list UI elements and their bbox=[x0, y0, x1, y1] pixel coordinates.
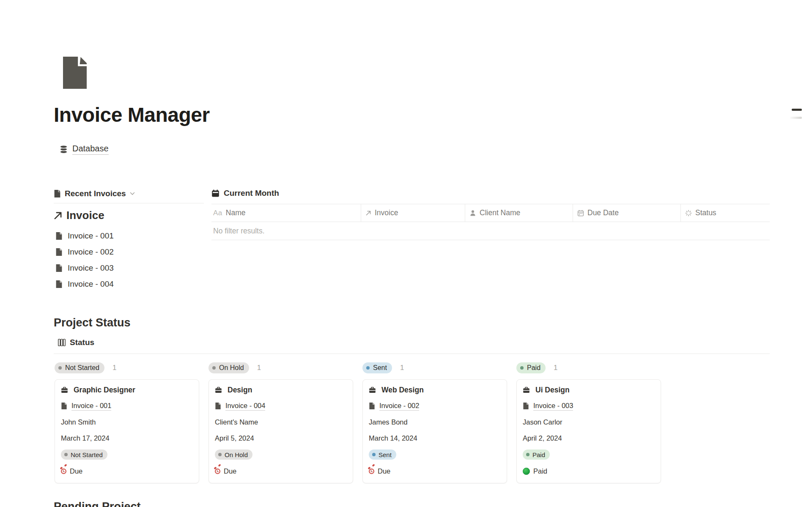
status-dot-icon bbox=[64, 453, 68, 456]
card-invoice-link[interactable]: Invoice - 004 bbox=[225, 402, 265, 411]
status-pill-label: Paid bbox=[532, 451, 545, 458]
briefcase-icon bbox=[215, 386, 222, 394]
database-link[interactable]: Database bbox=[72, 144, 109, 155]
kanban-column-sent: Sent 1 Web Design bbox=[362, 362, 507, 483]
pending-project-heading: Pending Project bbox=[54, 500, 141, 507]
current-month-view-tab[interactable]: Current Month bbox=[211, 186, 770, 200]
card-client-name: Jason Carlor bbox=[523, 418, 562, 426]
card-client-name: Client's Name bbox=[215, 418, 258, 426]
view-header-divider bbox=[54, 203, 204, 203]
kanban-column-on-hold: On Hold 1 Design bbox=[208, 362, 353, 483]
card-footer-label: Due bbox=[70, 467, 82, 475]
status-pill-label: On Hold bbox=[225, 451, 248, 458]
kanban-column-header: Paid 1 bbox=[516, 362, 661, 373]
card-invoice-link[interactable]: Invoice - 001 bbox=[71, 402, 111, 411]
column-label: Name bbox=[226, 208, 246, 217]
text-type-icon: Aa bbox=[213, 209, 222, 217]
card-status-pill: Not Started bbox=[61, 449, 107, 460]
card-footer-label: Due bbox=[224, 467, 236, 475]
status-pill-label: Sent bbox=[379, 451, 392, 458]
kanban-column-header: Not Started 1 bbox=[55, 362, 199, 373]
page-icon bbox=[55, 232, 63, 240]
status-dot-icon bbox=[212, 366, 216, 370]
recent-invoices-view: Recent Invoices Invoice Invoice - 001 bbox=[54, 187, 204, 292]
briefcase-icon bbox=[61, 386, 68, 394]
card-status-pill: Sent bbox=[369, 449, 396, 460]
status-view-tab[interactable]: Status bbox=[58, 337, 94, 348]
page-icon bbox=[55, 280, 63, 288]
status-pill[interactable]: On Hold bbox=[208, 362, 249, 373]
column-label: Client Name bbox=[480, 208, 520, 217]
column-header-client-name[interactable]: Client Name bbox=[465, 204, 573, 222]
outline-bar-icon bbox=[792, 109, 802, 111]
invoice-item-label: Invoice - 001 bbox=[68, 231, 114, 241]
view-tab-label: Status bbox=[70, 338, 94, 347]
status-pill[interactable]: Paid bbox=[516, 362, 546, 373]
invoice-list-item[interactable]: Invoice - 004 bbox=[54, 276, 204, 292]
kanban-column-paid: Paid 1 Ui Design bbox=[516, 362, 661, 483]
page-icon bbox=[523, 403, 529, 409]
column-label: Invoice bbox=[375, 208, 398, 217]
column-count: 1 bbox=[400, 364, 404, 372]
card-invoice-link[interactable]: Invoice - 003 bbox=[533, 402, 573, 411]
person-icon bbox=[469, 210, 476, 217]
briefcase-icon bbox=[523, 386, 530, 394]
invoice-item-label: Invoice - 003 bbox=[68, 263, 114, 273]
page-icon bbox=[55, 264, 63, 272]
card-invoice-link[interactable]: Invoice - 002 bbox=[379, 402, 419, 411]
page-document-icon[interactable] bbox=[61, 56, 88, 89]
column-count: 1 bbox=[554, 364, 557, 372]
kanban-card[interactable]: Web Design Invoice - 002 James Bond Marc… bbox=[362, 379, 507, 483]
card-client-name: James Bond bbox=[369, 418, 408, 426]
status-pill-label: On Hold bbox=[219, 364, 244, 372]
recent-invoices-view-tab[interactable]: Recent Invoices bbox=[54, 187, 204, 200]
invoice-list-item[interactable]: Invoice - 001 bbox=[54, 228, 204, 244]
page-icon bbox=[54, 190, 61, 197]
card-status-pill: Paid bbox=[523, 449, 550, 460]
column-header-status[interactable]: Status bbox=[680, 204, 770, 222]
column-header-due-date[interactable]: Due Date bbox=[573, 204, 680, 222]
card-title: Design bbox=[228, 386, 252, 395]
status-pill-label: Not Started bbox=[65, 364, 99, 372]
invoice-heading-label: Invoice bbox=[66, 209, 104, 222]
alarm-clock-icon bbox=[215, 469, 220, 474]
card-footer-label: Due bbox=[378, 467, 390, 475]
card-due-date: April 2, 2024 bbox=[523, 434, 562, 442]
invoice-heading[interactable]: Invoice bbox=[54, 209, 204, 222]
invoice-item-label: Invoice - 004 bbox=[68, 280, 114, 289]
outline-indicator[interactable] bbox=[790, 109, 802, 119]
column-header-name[interactable]: Aa Name bbox=[211, 204, 361, 222]
status-dot-icon bbox=[58, 366, 62, 370]
empty-results-text: No filter results. bbox=[213, 227, 265, 236]
invoice-item-label: Invoice - 002 bbox=[68, 247, 114, 257]
card-title: Web Design bbox=[381, 386, 424, 395]
card-status-pill: On Hold bbox=[215, 449, 252, 460]
database-icon bbox=[59, 145, 68, 154]
outline-bar-icon bbox=[790, 117, 802, 119]
status-pill[interactable]: Sent bbox=[362, 362, 392, 373]
status-dot-icon bbox=[526, 453, 529, 456]
table-empty-row: No filter results. bbox=[211, 222, 770, 240]
column-header-invoice[interactable]: Invoice bbox=[361, 204, 465, 222]
green-circle-icon bbox=[523, 468, 530, 475]
kanban-card[interactable]: Graphic Designer Invoice - 001 John Smit… bbox=[55, 379, 199, 483]
card-due-date: March 14, 2024 bbox=[369, 434, 417, 442]
status-pill-label: Paid bbox=[527, 364, 540, 372]
alarm-clock-icon bbox=[369, 469, 374, 474]
kanban-card[interactable]: Ui Design Invoice - 003 Jason Carlor Apr… bbox=[516, 379, 661, 483]
invoice-list-item[interactable]: Invoice - 002 bbox=[54, 244, 204, 260]
status-pill-label: Sent bbox=[373, 364, 387, 372]
chevron-down-icon bbox=[130, 192, 135, 195]
page-icon bbox=[215, 403, 221, 409]
board-view-icon bbox=[58, 339, 66, 346]
card-due-date: March 17, 2024 bbox=[61, 434, 110, 442]
invoice-list-item[interactable]: Invoice - 003 bbox=[54, 260, 204, 276]
arrow-up-right-icon bbox=[365, 210, 371, 216]
kanban-column-header: Sent 1 bbox=[362, 362, 507, 373]
status-pill[interactable]: Not Started bbox=[55, 362, 104, 373]
database-link-row[interactable]: Database bbox=[59, 144, 109, 155]
table-header-row: Aa Name Invoice Client Name bbox=[211, 204, 770, 222]
kanban-card[interactable]: Design Invoice - 004 Client's Name April… bbox=[208, 379, 353, 483]
invoice-list: Invoice - 001 Invoice - 002 Invoice - 00… bbox=[54, 228, 204, 292]
status-dot-icon bbox=[520, 366, 524, 370]
